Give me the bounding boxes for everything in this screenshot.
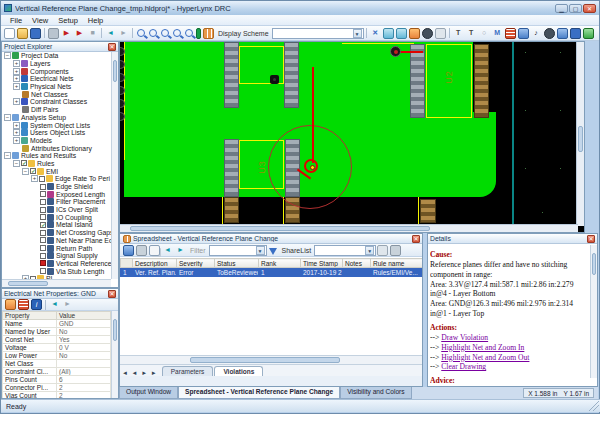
tree-item-system-object-lists[interactable]: +System Object Lists [2,121,111,129]
tree-item-diff-pairs[interactable]: Diff Pairs [2,106,111,114]
tree-item-physical-nets[interactable]: +Physical Nets [2,83,111,91]
measure-icon[interactable]: M [492,28,503,39]
tree-item-ics-over-split[interactable]: ICs Over Split [2,206,111,214]
prop-row[interactable]: NameGND [3,320,111,328]
ss-export-icon[interactable] [390,245,401,256]
swatch-blue-icon[interactable] [557,28,568,39]
doc-tab-spreadsheet-vertical-reference-plane-change[interactable]: Spreadsheet - Vertical Reference Plane C… [178,387,340,399]
prop-row[interactable]: Pins Count6 [3,376,111,384]
prop-row[interactable]: Vias Count2 [3,392,111,399]
pan-icon[interactable] [409,28,420,39]
tree-checkbox[interactable] [40,191,46,197]
maximize-button[interactable]: ▢ [569,4,582,13]
net-properties-vscrollbar[interactable] [111,311,118,398]
tree-item-net-near-plane-ed[interactable]: Net Near Plane Ed [2,237,111,245]
tree-item-edge-shield[interactable]: Edge Shield [2,183,111,191]
prop-row[interactable]: Low PowerNo [3,352,111,360]
action-link-highlight-net-and-zoom-in[interactable]: Highlight Net and Zoom In [441,343,524,352]
resize-grip[interactable] [589,401,599,411]
tree-checkbox[interactable]: ✓ [40,222,46,228]
tree-checkbox[interactable] [40,207,46,213]
action-link-clear-drawing[interactable]: Clear Drawing [441,362,486,371]
ss-print-icon[interactable] [136,245,147,256]
zoom-in-icon[interactable] [137,29,145,37]
ss-filter-combo[interactable]: ▼ [209,245,267,256]
violations-col-header[interactable]: Status [215,259,259,268]
run-icon[interactable]: ▶ [61,28,72,39]
forward-arrow-icon[interactable]: ► [118,28,129,39]
close-button[interactable]: ✕ [583,4,596,13]
board-view-icon[interactable] [196,28,201,39]
violations-col-header[interactable]: Severity [177,259,215,268]
tree-checkbox[interactable] [40,230,46,236]
new-file-icon[interactable] [4,28,15,39]
swatch-green-icon[interactable] [583,28,594,39]
circle-tool-icon[interactable]: ○ [479,28,490,39]
probe-icon[interactable] [422,28,433,39]
rule-grid-icon[interactable] [505,28,516,39]
ss-find-icon[interactable] [377,245,388,256]
report-icon[interactable] [383,28,394,39]
ss-prev-icon[interactable]: ◄ [162,245,173,256]
violation-row[interactable]: 1Ver. Ref. Plan...ErrorToBeReviewed12017… [121,268,423,277]
tree-item-constraint-classes[interactable]: +Constraint Classes [2,98,111,106]
project-tree-vscrollbar[interactable] [111,52,118,279]
tree-item-return-path[interactable]: Return Path [2,244,111,252]
tree-checkbox[interactable]: ✓ [21,160,27,166]
tree-expander-icon[interactable]: + [13,60,20,67]
text-tool-icon[interactable]: T [453,28,464,39]
prop-row[interactable]: Voltage0 V [3,344,111,352]
tree-item-edge-rate-to-peri[interactable]: +Edge Rate To Peri [2,175,111,183]
clear-icon[interactable]: ✕ [370,28,381,39]
tree-checkbox[interactable] [40,245,46,251]
prop-row[interactable]: Connector Pi...2 [3,384,111,392]
tree-checkbox[interactable] [40,184,46,190]
tree-item-emi[interactable]: −✓EMI [2,167,111,175]
menu-file[interactable]: File [5,16,27,25]
tree-checkbox[interactable] [39,176,45,182]
tree-item-project-data[interactable]: −Project Data [2,52,111,60]
grid-toggle-icon[interactable] [203,28,214,39]
tree-checkbox[interactable] [40,199,46,205]
violations-col-header[interactable]: Time Stamp [301,259,343,268]
net-properties-close-icon[interactable]: ✕ [108,290,116,298]
project-explorer-close-icon[interactable]: ✕ [108,43,116,51]
ss-funnel-icon[interactable] [269,248,277,255]
tree-item-via-stub-length[interactable]: Via Stub Length [2,267,111,275]
project-tree-hscrollbar[interactable] [2,279,111,287]
violations-col-header[interactable]: Description [133,259,177,268]
tree-checkbox[interactable]: ✓ [30,168,36,174]
tree-expander-icon[interactable]: + [13,75,20,82]
menu-help[interactable]: Help [83,16,108,25]
tree-expander-icon[interactable]: + [31,175,38,182]
batch-run-icon[interactable] [48,28,59,39]
zoom-out-icon[interactable] [149,29,157,37]
doc-tab-visibility-and-colors[interactable]: Visibility and Colors [340,387,411,399]
np-back-arrow-icon[interactable]: ◄ [49,299,60,310]
np-report-icon[interactable] [18,299,29,310]
sheet-tab-parameters[interactable]: Parameters [162,366,214,376]
tree-item-rules[interactable]: −✓Rules [2,160,111,168]
tree-item-attributes-dictionary[interactable]: Attributes Dictionary [2,144,111,152]
details-close-icon[interactable]: ✕ [587,235,595,243]
prop-row[interactable]: Named by UserNo [3,328,111,336]
tree-item-io-coupling[interactable]: IO Coupling [2,213,111,221]
viewer-hscrollbar[interactable] [120,224,578,232]
tree-item-net-crossing-gaps[interactable]: Net Crossing Gaps [2,229,111,237]
tree-expander-icon[interactable]: − [4,52,11,59]
prop-row[interactable]: Net Class [3,360,111,368]
ss-next-icon[interactable]: ► [175,245,186,256]
zoom-window-icon[interactable] [161,29,169,37]
tree-item-rules-and-results[interactable]: −Rules and Results [2,152,111,160]
np-info-icon[interactable]: i [31,299,42,310]
violations-col-header[interactable]: Notes [343,259,371,268]
ss-copy-icon[interactable] [149,245,160,256]
prop-row[interactable]: Const NetYes [3,336,111,344]
minimize-button[interactable]: ▁ [555,4,568,13]
menu-setup[interactable]: Setup [53,16,83,25]
text-tool2-icon[interactable]: T [466,28,477,39]
tree-checkbox[interactable] [40,268,46,274]
doc-tab-output-window[interactable]: Output Window [119,387,178,399]
tree-expander-icon[interactable]: + [13,122,20,129]
tree-item-net-classes[interactable]: Net Classes [2,90,111,98]
